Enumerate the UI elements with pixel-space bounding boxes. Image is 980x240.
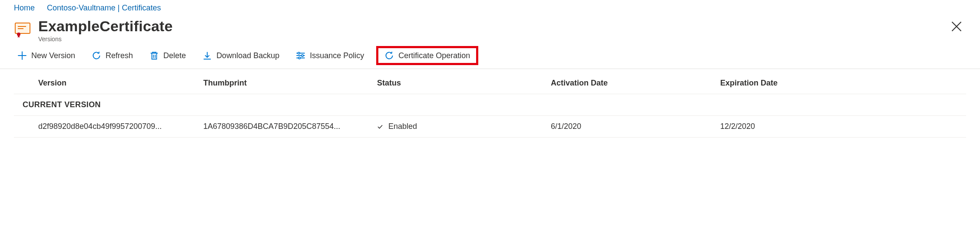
svg-point-6 [298, 57, 300, 59]
table-header-row: Version Thumbprint Status Activation Dat… [14, 69, 966, 94]
cell-status: Enabled [377, 122, 551, 131]
col-version: Version [38, 79, 203, 88]
cell-activation: 6/1/2020 [551, 122, 720, 131]
checkmark-icon [377, 124, 383, 130]
download-backup-button[interactable]: Download Backup [200, 49, 282, 62]
page-title: ExampleCertificate [38, 18, 173, 35]
refresh-label: Refresh [106, 51, 133, 60]
delete-button[interactable]: Delete [147, 49, 189, 62]
col-expiration: Expiration Date [720, 79, 966, 88]
cell-thumbprint: 1A67809386D4BCA7B9D205C87554... [203, 122, 377, 131]
page-header: ExampleCertificate Versions [0, 16, 980, 45]
status-text: Enabled [388, 122, 417, 131]
certificate-icon [14, 20, 31, 38]
settings-sliders-icon [296, 51, 305, 60]
cell-version: d2f98920d8e04cb49f9957200709... [38, 122, 203, 131]
col-status: Status [377, 79, 551, 88]
trash-icon [149, 51, 159, 60]
refresh-icon [384, 51, 394, 60]
new-version-button[interactable]: New Version [15, 49, 78, 62]
versions-table: Version Thumbprint Status Activation Dat… [0, 69, 980, 138]
svg-point-4 [298, 52, 300, 54]
cell-expiration: 12/2/2020 [720, 122, 966, 131]
certificate-operation-label: Certificate Operation [398, 51, 470, 60]
download-backup-label: Download Backup [216, 51, 279, 60]
svg-point-5 [301, 55, 303, 56]
col-activation: Activation Date [551, 79, 720, 88]
refresh-icon [92, 51, 101, 60]
refresh-button[interactable]: Refresh [89, 49, 136, 62]
close-icon [950, 27, 963, 34]
delete-label: Delete [163, 51, 186, 60]
issuance-policy-label: Issuance Policy [310, 51, 364, 60]
command-bar: New Version Refresh Delete Download Back… [0, 45, 980, 69]
certificate-operation-button[interactable]: Certificate Operation [376, 46, 478, 65]
plus-icon [17, 51, 27, 60]
issuance-policy-button[interactable]: Issuance Policy [293, 49, 367, 62]
col-thumbprint: Thumbprint [203, 79, 377, 88]
download-icon [202, 51, 212, 60]
close-button[interactable] [950, 20, 963, 33]
breadcrumb-vault[interactable]: Contoso-Vaultname | Certificates [47, 3, 161, 13]
breadcrumb: Home Contoso-Vaultname | Certificates [0, 0, 980, 16]
page-subtitle: Versions [38, 36, 173, 43]
breadcrumb-home[interactable]: Home [14, 3, 35, 13]
new-version-label: New Version [31, 51, 75, 60]
table-row[interactable]: d2f98920d8e04cb49f9957200709... 1A678093… [14, 116, 966, 138]
table-section-current: CURRENT VERSION [14, 94, 966, 116]
